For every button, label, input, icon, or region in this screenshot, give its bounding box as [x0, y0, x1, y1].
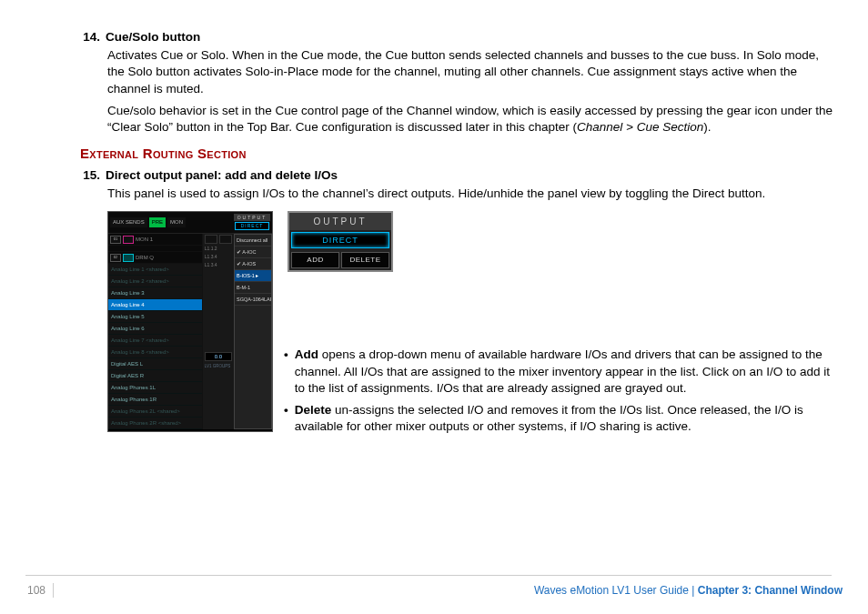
io-dropdown-item[interactable]: Digital AES R [108, 370, 202, 382]
io-dropdown-item[interactable]: Analog Line 8 <shared> [108, 347, 202, 358]
delete-button[interactable]: DELETE [341, 252, 389, 269]
footer-guide: Waves eMotion LV1 User Guide | Chapter 3… [534, 583, 843, 598]
item15-para1: This panel is used to assign I/Os to the… [107, 186, 833, 202]
bullet-list: • Add opens a drop-down menu of availabl… [284, 347, 833, 435]
io-dropdown-item[interactable]: Analog Line 7 <shared> [108, 335, 202, 347]
add-bullet: Add opens a drop-down menu of available … [295, 347, 833, 397]
io-dropdown-item[interactable]: Digital AES L [108, 358, 202, 370]
io-dropdown[interactable]: Analog Line 1 <shared>Analog Line 2 <sha… [108, 264, 202, 429]
item14-number: 14. [80, 29, 100, 45]
io-dropdown-item[interactable]: Analog Phones 2R <shared> [108, 418, 202, 429]
io-dropdown-item[interactable]: Analog Line 4 [108, 299, 202, 311]
external-routing-heading: External Routing Section [80, 145, 833, 163]
mon-badge: MON [167, 217, 186, 226]
io-dropdown-item[interactable]: Analog Line 3 [108, 287, 202, 299]
output-panel-title: OUTPUT [289, 213, 391, 230]
io-submenu-item[interactable]: B-M-1 [235, 282, 271, 294]
direct-small: DIRECT [235, 222, 269, 230]
io-submenu-item[interactable]: Disconnect all [235, 235, 271, 247]
add-button[interactable]: ADD [291, 252, 339, 269]
io-submenu-item[interactable]: B-IOS-1 ▸ [235, 270, 271, 282]
output-head-small: OUTPUT [234, 214, 270, 221]
pre-badge: PRE [149, 217, 166, 226]
bullet-icon: • [284, 347, 288, 397]
io-dropdown-item[interactable]: Analog Phones 1L [108, 382, 202, 394]
io-submenu-item[interactable]: SGQA-1064LAP [235, 294, 271, 306]
io-submenu-item[interactable]: ✔ A-IOC [235, 247, 271, 258]
delete-bullet: Delete un-assigns the selected I/O and r… [295, 402, 833, 435]
io-dropdown-item[interactable]: Analog Line 6 [108, 323, 202, 335]
output-panel-screenshot: OUTPUT DIRECT ADD DELETE [288, 211, 393, 272]
io-dropdown-item[interactable]: Analog Line 1 <shared> [108, 264, 202, 276]
item14-para2: Cue/solo behavior is set in the Cue cont… [107, 103, 833, 136]
io-submenu[interactable]: Disconnect all✔ A-IOC✔ A-IOSB-IOS-1 ▸B-M… [234, 234, 272, 429]
io-dropdown-item[interactable]: Analog Line 5 [108, 311, 202, 323]
item15-number: 15. [80, 167, 100, 184]
footer-rule [25, 575, 832, 576]
item14-title: Cue/Solo button [106, 29, 200, 45]
io-dropdown-item[interactable]: Analog Phones 1R [108, 394, 202, 406]
io-dropdown-item[interactable]: Analog Line 2 <shared> [108, 276, 202, 287]
bullet-icon: • [284, 402, 288, 435]
aux-sends-screenshot: AUX SENDS PRE MON OUTPUT DIRECT 01MON 1 [107, 211, 273, 432]
item15-title: Direct output panel: add and delete I/Os [106, 167, 338, 184]
item14-para1: Activates Cue or Solo. When in the Cue m… [107, 47, 833, 97]
io-dropdown-item[interactable]: Analog Phones 2L <shared> [108, 406, 202, 418]
io-submenu-item[interactable]: ✔ A-IOS [235, 258, 271, 270]
direct-button[interactable]: DIRECT [291, 232, 389, 248]
aux-sends-label: AUX SENDS [110, 217, 147, 226]
page-number: 108 [25, 583, 54, 598]
